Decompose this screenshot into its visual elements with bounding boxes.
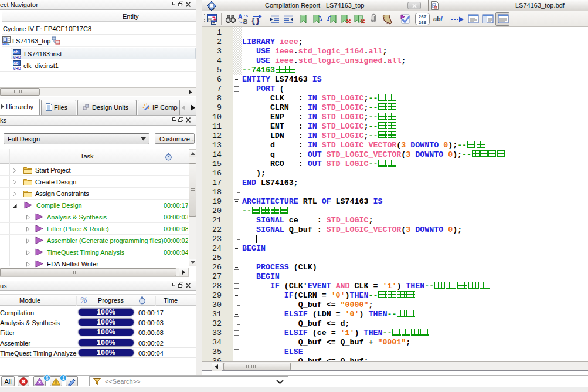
svg-text:A: A — [238, 13, 242, 20]
svg-text:VHD: VHD — [13, 66, 21, 70]
svg-text:6: 6 — [46, 375, 49, 381]
svg-text:B: B — [243, 19, 247, 25]
svg-text:1: 1 — [62, 375, 65, 381]
svg-text:ab: ab — [13, 61, 18, 65]
svg-text:BDF: BDF — [2, 42, 10, 45]
